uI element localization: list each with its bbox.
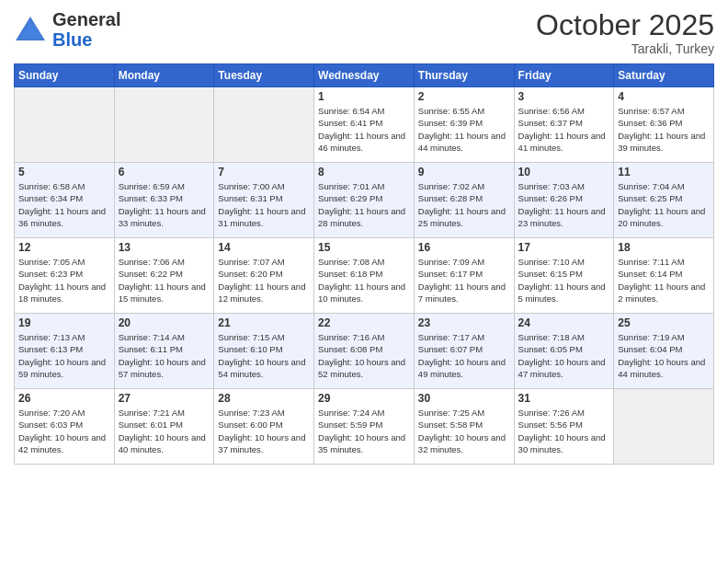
day-number: 12 (18, 241, 110, 254)
day-number: 28 (218, 392, 310, 405)
calendar-week-row: 19Sunrise: 7:13 AMSunset: 6:13 PMDayligh… (15, 314, 714, 389)
day-info: Sunrise: 7:01 AMSunset: 6:29 PMDaylight:… (318, 180, 410, 229)
calendar-empty-cell (114, 87, 214, 163)
day-info: Sunrise: 7:07 AMSunset: 6:20 PMDaylight:… (218, 256, 310, 304)
day-number: 17 (518, 241, 610, 254)
day-info: Sunrise: 7:18 AMSunset: 6:05 PMDaylight:… (518, 331, 610, 380)
day-info: Sunrise: 6:56 AMSunset: 6:37 PMDaylight:… (518, 105, 610, 154)
calendar-day-cell: 12Sunrise: 7:05 AMSunset: 6:23 PMDayligh… (15, 238, 115, 314)
day-info: Sunrise: 6:57 AMSunset: 6:36 PMDaylight:… (618, 105, 710, 154)
day-number: 30 (418, 392, 510, 405)
day-info: Sunrise: 7:21 AMSunset: 6:01 PMDaylight:… (119, 407, 210, 455)
day-number: 7 (218, 166, 310, 178)
logo-general: General (52, 9, 120, 29)
calendar-empty-cell (15, 87, 115, 163)
weekday-header: Sunday (15, 64, 115, 87)
calendar-week-row: 12Sunrise: 7:05 AMSunset: 6:23 PMDayligh… (15, 238, 714, 314)
day-info: Sunrise: 7:11 AMSunset: 6:14 PMDaylight:… (618, 256, 710, 304)
weekday-header: Friday (514, 64, 614, 87)
calendar-day-cell: 24Sunrise: 7:18 AMSunset: 6:05 PMDayligh… (514, 314, 614, 389)
location: Tarakli, Turkey (536, 41, 714, 56)
calendar-day-cell: 27Sunrise: 7:21 AMSunset: 6:01 PMDayligh… (114, 389, 214, 465)
logo: General Blue (14, 9, 120, 50)
day-number: 4 (618, 90, 710, 103)
day-info: Sunrise: 7:10 AMSunset: 6:15 PMDaylight:… (518, 256, 610, 304)
calendar-day-cell: 30Sunrise: 7:25 AMSunset: 5:58 PMDayligh… (414, 389, 514, 465)
day-info: Sunrise: 7:25 AMSunset: 5:58 PMDaylight:… (418, 407, 510, 455)
day-info: Sunrise: 7:09 AMSunset: 6:17 PMDaylight:… (418, 256, 510, 304)
calendar-day-cell: 13Sunrise: 7:06 AMSunset: 6:22 PMDayligh… (114, 238, 214, 314)
calendar-day-cell: 6Sunrise: 6:59 AMSunset: 6:33 PMDaylight… (114, 163, 214, 238)
day-info: Sunrise: 7:17 AMSunset: 6:07 PMDaylight:… (418, 331, 510, 380)
calendar-day-cell: 15Sunrise: 7:08 AMSunset: 6:18 PMDayligh… (314, 238, 415, 314)
day-number: 9 (418, 166, 510, 178)
day-number: 6 (119, 166, 210, 178)
day-info: Sunrise: 7:02 AMSunset: 6:28 PMDaylight:… (418, 180, 510, 229)
day-info: Sunrise: 7:24 AMSunset: 5:59 PMDaylight:… (318, 407, 410, 455)
month-title: October 2025 (536, 9, 714, 41)
weekday-header: Monday (114, 64, 214, 87)
day-number: 26 (18, 392, 110, 405)
calendar-day-cell: 10Sunrise: 7:03 AMSunset: 6:26 PMDayligh… (514, 163, 614, 238)
calendar-day-cell: 7Sunrise: 7:00 AMSunset: 6:31 PMDaylight… (214, 163, 314, 238)
calendar-day-cell: 4Sunrise: 6:57 AMSunset: 6:36 PMDaylight… (614, 87, 714, 163)
day-number: 13 (119, 241, 210, 254)
calendar-day-cell: 26Sunrise: 7:20 AMSunset: 6:03 PMDayligh… (15, 389, 115, 465)
calendar-day-cell: 21Sunrise: 7:15 AMSunset: 6:10 PMDayligh… (214, 314, 314, 389)
day-number: 22 (318, 316, 410, 329)
weekday-header: Thursday (414, 64, 514, 87)
calendar-week-row: 5Sunrise: 6:58 AMSunset: 6:34 PMDaylight… (15, 163, 714, 238)
calendar-day-cell: 1Sunrise: 6:54 AMSunset: 6:41 PMDaylight… (314, 87, 415, 163)
day-number: 20 (119, 316, 210, 329)
day-number: 3 (518, 90, 610, 103)
day-info: Sunrise: 6:54 AMSunset: 6:41 PMDaylight:… (318, 105, 410, 154)
page: General Blue October 2025 Tarakli, Turke… (0, 0, 728, 563)
calendar-day-cell: 2Sunrise: 6:55 AMSunset: 6:39 PMDaylight… (414, 87, 514, 163)
day-number: 19 (18, 316, 110, 329)
day-info: Sunrise: 7:15 AMSunset: 6:10 PMDaylight:… (218, 331, 310, 380)
logo-icon (14, 15, 47, 44)
day-number: 21 (218, 316, 310, 329)
calendar-day-cell: 29Sunrise: 7:24 AMSunset: 5:59 PMDayligh… (314, 389, 415, 465)
calendar-day-cell: 25Sunrise: 7:19 AMSunset: 6:04 PMDayligh… (614, 314, 714, 389)
calendar: SundayMondayTuesdayWednesdayThursdayFrid… (14, 63, 714, 465)
day-number: 25 (618, 316, 710, 329)
weekday-header: Wednesday (314, 64, 415, 87)
day-number: 8 (318, 166, 410, 178)
calendar-day-cell: 17Sunrise: 7:10 AMSunset: 6:15 PMDayligh… (514, 238, 614, 314)
calendar-day-cell: 18Sunrise: 7:11 AMSunset: 6:14 PMDayligh… (614, 238, 714, 314)
day-info: Sunrise: 7:06 AMSunset: 6:22 PMDaylight:… (119, 256, 210, 304)
title-block: October 2025 Tarakli, Turkey (536, 9, 714, 56)
day-info: Sunrise: 7:16 AMSunset: 6:08 PMDaylight:… (318, 331, 410, 380)
day-number: 23 (418, 316, 510, 329)
calendar-day-cell: 9Sunrise: 7:02 AMSunset: 6:28 PMDaylight… (414, 163, 514, 238)
day-number: 2 (418, 90, 510, 103)
calendar-day-cell: 3Sunrise: 6:56 AMSunset: 6:37 PMDaylight… (514, 87, 614, 163)
day-info: Sunrise: 7:26 AMSunset: 5:56 PMDaylight:… (518, 407, 610, 455)
day-info: Sunrise: 7:05 AMSunset: 6:23 PMDaylight:… (18, 256, 110, 304)
calendar-day-cell: 23Sunrise: 7:17 AMSunset: 6:07 PMDayligh… (414, 314, 514, 389)
calendar-week-row: 26Sunrise: 7:20 AMSunset: 6:03 PMDayligh… (15, 389, 714, 465)
day-info: Sunrise: 7:20 AMSunset: 6:03 PMDaylight:… (18, 407, 110, 455)
weekday-header: Saturday (614, 64, 714, 87)
day-info: Sunrise: 7:14 AMSunset: 6:11 PMDaylight:… (119, 331, 210, 380)
calendar-empty-cell (614, 389, 714, 465)
calendar-day-cell: 20Sunrise: 7:14 AMSunset: 6:11 PMDayligh… (114, 314, 214, 389)
day-number: 11 (618, 166, 710, 178)
header: General Blue October 2025 Tarakli, Turke… (14, 9, 714, 56)
day-number: 29 (318, 392, 410, 405)
day-info: Sunrise: 7:23 AMSunset: 6:00 PMDaylight:… (218, 407, 310, 455)
logo-blue: Blue (52, 29, 92, 50)
day-info: Sunrise: 6:58 AMSunset: 6:34 PMDaylight:… (18, 180, 110, 229)
day-number: 24 (518, 316, 610, 329)
day-number: 10 (518, 166, 610, 178)
calendar-day-cell: 22Sunrise: 7:16 AMSunset: 6:08 PMDayligh… (314, 314, 415, 389)
day-number: 16 (418, 241, 510, 254)
day-number: 27 (119, 392, 210, 405)
day-number: 18 (618, 241, 710, 254)
day-info: Sunrise: 7:04 AMSunset: 6:25 PMDaylight:… (618, 180, 710, 229)
day-info: Sunrise: 7:08 AMSunset: 6:18 PMDaylight:… (318, 256, 410, 304)
calendar-day-cell: 5Sunrise: 6:58 AMSunset: 6:34 PMDaylight… (15, 163, 115, 238)
day-info: Sunrise: 7:13 AMSunset: 6:13 PMDaylight:… (18, 331, 110, 380)
calendar-day-cell: 11Sunrise: 7:04 AMSunset: 6:25 PMDayligh… (614, 163, 714, 238)
